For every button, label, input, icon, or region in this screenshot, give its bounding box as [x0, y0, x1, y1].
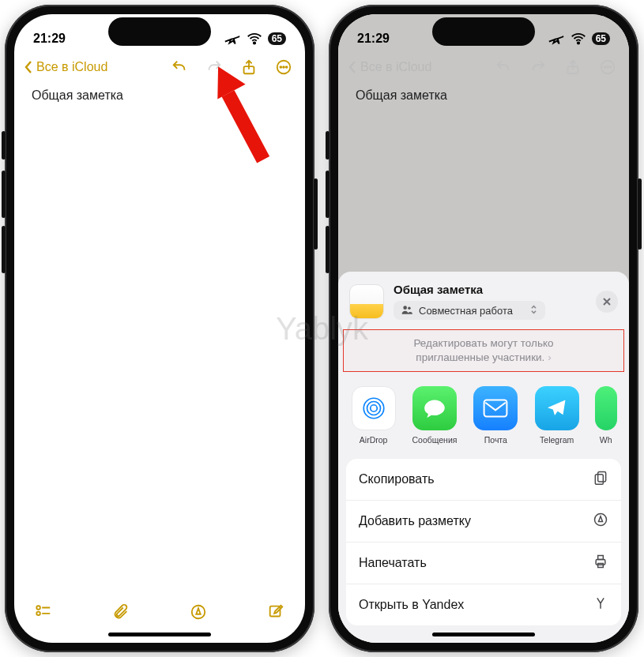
share-sheet: Общая заметка Совместная работа [338, 272, 629, 643]
action-copy[interactable]: Скопировать [346, 459, 621, 501]
share-app-telegram[interactable]: Telegram [533, 386, 581, 445]
attach-icon[interactable] [112, 603, 130, 621]
redo-icon [205, 58, 223, 76]
app-label: Wh [600, 435, 612, 445]
svg-rect-23 [595, 475, 603, 485]
redo-icon [529, 58, 547, 76]
note-content-dimmed: Общая заметка [338, 81, 629, 111]
action-label: Добавить разметку [359, 514, 471, 528]
messages-icon [412, 386, 457, 430]
checklist-icon[interactable] [35, 603, 52, 621]
svg-point-0 [253, 42, 254, 43]
svg-point-5 [286, 66, 288, 68]
svg-point-4 [283, 66, 284, 68]
svg-point-14 [607, 66, 608, 68]
share-app-messages[interactable]: Сообщения [410, 386, 458, 445]
share-icon [564, 58, 582, 76]
share-app-airdrop[interactable]: AirDrop [349, 386, 397, 445]
svg-point-10 [577, 42, 578, 43]
svg-rect-27 [598, 564, 604, 568]
collaboration-permissions-row[interactable]: Редактировать могут только приглашенные … [343, 329, 624, 372]
collaboration-mode-chip[interactable]: Совместная работа [394, 301, 545, 320]
svg-rect-26 [598, 556, 604, 560]
share-icon[interactable] [240, 58, 258, 76]
collab-mode-label: Совместная работа [419, 305, 513, 317]
svg-point-18 [370, 405, 377, 412]
iphone-right: 21:29 65 Все в iCloud [329, 5, 638, 652]
more-icon [599, 58, 616, 76]
home-indicator[interactable] [108, 633, 211, 636]
note-content[interactable]: Общая заметка [14, 81, 305, 111]
back-button: Все в iCloud [348, 60, 431, 74]
back-button[interactable]: Все в iCloud [24, 60, 107, 74]
markup-icon[interactable] [190, 603, 207, 621]
svg-point-13 [604, 66, 605, 68]
home-indicator[interactable] [432, 633, 535, 636]
more-icon[interactable] [275, 58, 292, 76]
close-sheet-button[interactable] [596, 291, 618, 313]
nav-bar-dimmed: Все в iCloud [338, 55, 629, 81]
wifi-icon [246, 30, 263, 47]
svg-rect-21 [484, 400, 507, 417]
svg-point-16 [403, 306, 407, 310]
back-label: Все в iCloud [360, 60, 431, 74]
action-markup[interactable]: Добавить разметку [346, 501, 621, 542]
action-label: Открыть в Yandex [359, 598, 464, 612]
battery-indicator: 65 [268, 32, 286, 45]
share-app-whatsapp[interactable]: Wh [593, 386, 618, 445]
battery-indicator: 65 [592, 32, 610, 45]
app-label: Сообщения [412, 435, 457, 445]
svg-rect-22 [598, 472, 606, 482]
svg-point-15 [610, 66, 612, 68]
share-app-mail[interactable]: Почта [472, 386, 520, 445]
undo-icon [495, 58, 512, 76]
share-actions-list: Скопировать Добавить разметку Напечатать [346, 459, 621, 625]
perm-text-line1: Редактировать могут только [413, 337, 553, 349]
action-label: Напечатать [359, 556, 427, 570]
iphone-left: 21:29 65 Все в iCloud [5, 5, 314, 652]
nav-bar: Все в iCloud [14, 55, 305, 81]
airplane-mode-icon [548, 30, 565, 47]
undo-icon[interactable] [171, 58, 188, 76]
chevron-right-icon: › [548, 351, 552, 363]
app-label: Почта [484, 435, 507, 445]
telegram-icon [535, 386, 579, 430]
action-label: Скопировать [359, 472, 435, 486]
people-icon [401, 305, 412, 317]
copy-icon [593, 470, 608, 489]
compose-icon[interactable] [267, 603, 284, 621]
chevron-updown-icon [530, 304, 537, 317]
yandex-icon [593, 595, 608, 614]
status-time: 21:29 [33, 32, 66, 46]
svg-point-3 [280, 66, 281, 68]
dynamic-island [108, 17, 211, 46]
svg-point-7 [36, 612, 40, 616]
dynamic-island [432, 17, 535, 46]
markup-pen-icon [593, 512, 608, 531]
svg-point-6 [36, 606, 40, 610]
action-print[interactable]: Напечатать [346, 542, 621, 584]
app-label: Telegram [540, 435, 574, 445]
perm-text-line2: приглашенные участники. [416, 351, 544, 363]
airplane-mode-icon [224, 30, 241, 47]
svg-point-19 [367, 402, 380, 415]
whatsapp-icon [595, 386, 617, 430]
airdrop-icon [352, 386, 396, 430]
share-doc-title: Общая заметка [394, 283, 586, 296]
svg-point-17 [408, 306, 411, 310]
action-open-yandex[interactable]: Открыть в Yandex [346, 584, 621, 625]
printer-icon [593, 554, 608, 573]
app-label: AirDrop [360, 435, 388, 445]
share-apps-row: AirDrop Сообщения Почта [338, 378, 629, 451]
wifi-icon [570, 30, 587, 47]
status-time: 21:29 [357, 32, 390, 46]
back-label: Все в iCloud [36, 60, 107, 74]
document-thumbnail-icon [349, 284, 384, 319]
mail-icon [473, 386, 518, 430]
